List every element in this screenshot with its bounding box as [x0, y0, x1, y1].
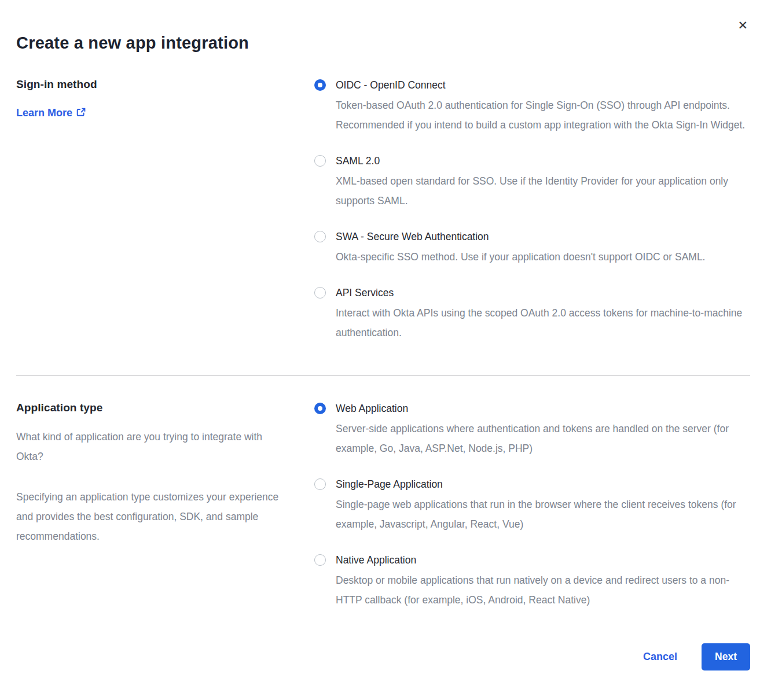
option-title: API Services: [336, 286, 750, 300]
modal-footer: Cancel Next: [16, 643, 750, 697]
section-divider: [16, 375, 750, 376]
option-title: SAML 2.0: [336, 154, 750, 168]
radio-unselected-icon[interactable]: [314, 231, 326, 242]
radio-option-oidc[interactable]: OIDC - OpenID Connect Token-based OAuth …: [314, 78, 750, 135]
create-app-integration-modal: ✕ Create a new app integration Sign-in m…: [0, 0, 771, 700]
next-button[interactable]: Next: [702, 643, 750, 670]
cancel-button[interactable]: Cancel: [643, 651, 677, 663]
radio-option-native-application[interactable]: Native Application Desktop or mobile app…: [314, 553, 750, 610]
learn-more-label: Learn More: [16, 107, 72, 119]
radio-unselected-icon[interactable]: [314, 554, 326, 566]
application-type-question: What kind of application are you trying …: [16, 427, 291, 466]
radio-option-api-services[interactable]: API Services Interact with Okta APIs usi…: [314, 286, 750, 342]
radio-option-single-page-application[interactable]: Single-Page Application Single-page web …: [314, 477, 750, 534]
radio-option-swa[interactable]: SWA - Secure Web Authentication Okta-spe…: [314, 230, 750, 267]
radio-unselected-icon[interactable]: [314, 287, 326, 299]
option-description: Okta-specific SSO method. Use if your ap…: [336, 247, 705, 267]
radio-option-saml[interactable]: SAML 2.0 XML-based open standard for SSO…: [314, 154, 750, 211]
radio-unselected-icon[interactable]: [314, 155, 326, 167]
option-description: Desktop or mobile applications that run …: [336, 570, 750, 610]
learn-more-link[interactable]: Learn More: [16, 106, 86, 120]
application-type-note: Specifying an application type customize…: [16, 487, 291, 546]
signin-method-section: Sign-in method Learn More OIDC - OpenID …: [16, 78, 750, 342]
option-title: Single-Page Application: [336, 477, 750, 491]
application-type-section: Application type What kind of applicatio…: [16, 401, 750, 610]
option-title: Native Application: [336, 553, 750, 567]
radio-selected-icon[interactable]: [314, 79, 326, 91]
option-description: XML-based open standard for SSO. Use if …: [336, 171, 750, 211]
signin-method-label: Sign-in method: [16, 78, 291, 91]
option-title: SWA - Secure Web Authentication: [336, 230, 705, 244]
option-description: Single-page web applications that run in…: [336, 495, 750, 534]
radio-selected-icon[interactable]: [314, 403, 326, 414]
option-description: Token-based OAuth 2.0 authentication for…: [336, 95, 750, 135]
option-title: Web Application: [336, 401, 750, 415]
radio-option-web-application[interactable]: Web Application Server-side applications…: [314, 401, 750, 458]
radio-unselected-icon[interactable]: [314, 478, 326, 490]
close-icon[interactable]: ✕: [737, 20, 748, 32]
option-description: Server-side applications where authentic…: [336, 419, 750, 458]
option-description: Interact with Okta APIs using the scoped…: [336, 303, 750, 342]
application-type-label: Application type: [16, 401, 291, 414]
modal-title: Create a new app integration: [16, 0, 750, 53]
external-link-icon: [76, 108, 86, 120]
option-title: OIDC - OpenID Connect: [336, 78, 750, 92]
